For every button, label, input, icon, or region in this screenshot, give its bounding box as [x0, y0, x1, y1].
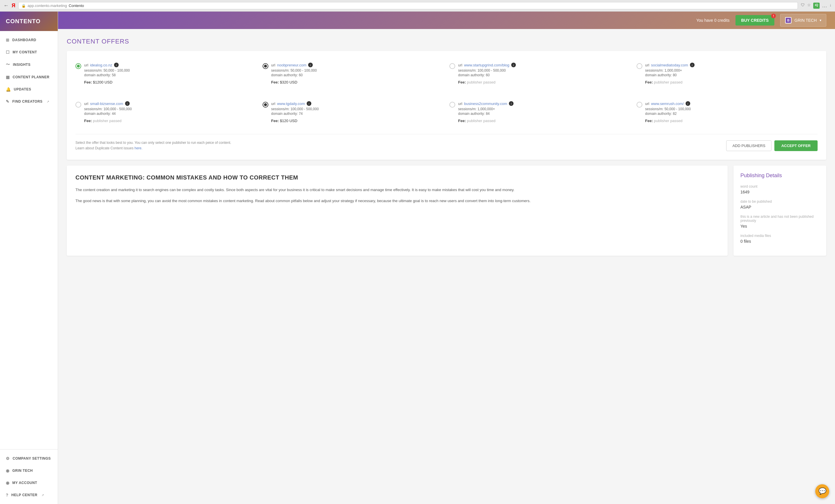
sidebar-item-find-creators[interactable]: ✎ FIND CREATORS ↗ — [0, 96, 58, 108]
page-title: CONTENT OFFERS — [67, 38, 826, 45]
sidebar-label-find-creators: FIND CREATORS — [13, 100, 43, 104]
info-icon-business2community[interactable]: i — [509, 101, 513, 106]
sidebar-item-content-planner[interactable]: ▦ CONTENT PLANNER — [0, 71, 58, 83]
sidebar-footer: ⚙ COMPANY SETTINGS ◉ GRIN TECH ◉ MY ACCO… — [0, 449, 58, 504]
offer-radio-small-bizsense[interactable] — [76, 102, 81, 108]
shield-icon[interactable]: 🛡 — [801, 3, 805, 9]
grid-icon: ⊞ — [6, 38, 9, 42]
app-container: CONTENTO ⊞ DASHBOARD ☐ MY CONTENT 〜 INSI… — [0, 12, 835, 504]
offer-url-startupgrind[interactable]: www.startupgrind.com/blog — [464, 63, 509, 67]
offer-sessions-startupgrind: sessions/m: 100,000 - 500,000 — [458, 68, 631, 72]
publishing-title: Publishing Details — [740, 172, 819, 178]
offer-url-semrush[interactable]: www.semrush.com/ — [651, 102, 684, 106]
dropdown-chevron-icon: ▾ — [820, 18, 821, 22]
offer-item-tgdaily: url www.tgdaily.com i sessions/m: 100,00… — [263, 98, 444, 128]
info-icon-noobpreneur[interactable]: i — [308, 63, 313, 67]
offers-card: url idealog.co.nz i sessions/m: 50,000 -… — [67, 51, 826, 160]
offers-grid-row2: url small-bizsense.com i sessions/m: 100… — [76, 98, 818, 128]
offer-radio-business2community[interactable] — [449, 102, 455, 108]
bell-icon: 🔔 — [6, 87, 11, 92]
bottom-section: CONTENT MARKETING: COMMON MISTAKES AND H… — [67, 166, 826, 256]
offer-info-socialmediatoday: url socialmediatoday.com i sessions/m: 1… — [645, 63, 818, 84]
offer-radio-semrush[interactable] — [636, 102, 643, 108]
sidebar: CONTENTO ⊞ DASHBOARD ☐ MY CONTENT 〜 INSI… — [0, 12, 58, 504]
media-label: included media files — [740, 234, 819, 238]
secure-icon: 🔒 — [21, 4, 26, 8]
offer-item-noobpreneur: url noobpreneur.com i sessions/m: 50,000… — [263, 60, 444, 90]
offer-radio-socialmediatoday[interactable] — [636, 63, 643, 69]
sidebar-label-content-planner: CONTENT PLANNER — [13, 75, 49, 79]
info-icon-socialmediatoday[interactable]: i — [690, 63, 695, 67]
article-para1: The content creation and marketing it to… — [76, 187, 719, 193]
sidebar-item-my-account[interactable]: ◉ MY ACCOUNT — [0, 477, 58, 489]
sidebar-item-grin-tech[interactable]: ◉ GRIN TECH — [0, 465, 58, 477]
app-logo: CONTENTO — [0, 12, 58, 31]
offers-grid-row1: url idealog.co.nz i sessions/m: 50,000 -… — [76, 60, 818, 90]
article-para2: The good news is that with some planning… — [76, 198, 719, 204]
company-selector[interactable]: B GRIN TECH ▾ — [780, 14, 826, 27]
browser-bar: ← Я 🔒 app.contento.marketing Contento 🛡 … — [0, 0, 835, 12]
offer-sessions-socialmediatoday: sessions/m: 1,000,000+ — [645, 68, 818, 72]
back-button[interactable]: ← — [3, 3, 9, 9]
sidebar-label-updates: UPDATES — [14, 87, 31, 91]
url-bar[interactable]: 🔒 app.contento.marketing Contento — [18, 2, 798, 9]
publishing-details-card: Publishing Details word count 1649 date … — [733, 166, 826, 256]
offer-fee-tgdaily: Fee: $120 USD — [271, 119, 444, 123]
sidebar-item-help-center[interactable]: ? HELP CENTER ↗ — [0, 489, 58, 501]
duplicate-content-link[interactable]: here. — [134, 146, 142, 150]
offer-url-socialmediatoday[interactable]: socialmediatoday.com — [651, 63, 688, 67]
info-icon-startupgrind[interactable]: i — [511, 63, 516, 67]
sidebar-item-company-settings[interactable]: ⚙ COMPANY SETTINGS — [0, 453, 58, 465]
article-card: CONTENT MARKETING: COMMON MISTAKES AND H… — [67, 166, 728, 256]
offer-url-business2community[interactable]: business2community.com — [464, 102, 507, 106]
offer-radio-startupgrind[interactable] — [449, 63, 455, 69]
offers-actions: ADD PUBLISHERS ACCEPT OFFER — [726, 140, 818, 151]
offer-info-business2community: url business2community.com i sessions/m:… — [458, 101, 631, 123]
download-icon[interactable]: ↓ — [830, 3, 832, 9]
sidebar-item-insights[interactable]: 〜 INSIGHTS — [0, 58, 58, 71]
star-icon[interactable]: ☆ — [807, 3, 811, 9]
gear-icon: ⚙ — [6, 456, 10, 461]
offers-note-line2: Learn about Duplicate Content issues her… — [76, 146, 231, 151]
chat-widget[interactable]: 💬 — [815, 484, 829, 498]
article-title: CONTENT MARKETING: COMMON MISTAKES AND H… — [76, 174, 719, 181]
offer-info-idealog: url idealog.co.nz i sessions/m: 50,000 -… — [84, 63, 257, 84]
sidebar-label-my-content: MY CONTENT — [13, 50, 37, 54]
main-content: You have 0 credits BUY CREDITS ! B GRIN … — [58, 12, 835, 504]
offer-radio-idealog[interactable] — [76, 63, 81, 69]
media-files-field: included media files 0 files — [740, 234, 819, 244]
sidebar-item-updates[interactable]: 🔔 UPDATES — [0, 83, 58, 96]
word-count-label: word count — [740, 185, 819, 189]
offer-fee-business2community: Fee: publisher passed — [458, 119, 631, 123]
info-icon-small-bizsense[interactable]: i — [125, 101, 130, 106]
accept-offer-button[interactable]: ACCEPT OFFER — [774, 140, 818, 151]
offer-url-tgdaily[interactable]: www.tgdaily.com — [277, 102, 305, 106]
offer-fee-socialmediatoday: Fee: publisher passed — [645, 80, 818, 84]
offer-fee-noobpreneur: Fee: $320 USD — [271, 80, 444, 84]
credits-text: You have 0 credits — [696, 18, 730, 23]
sidebar-label-insights: INSIGHTS — [13, 63, 31, 67]
info-icon-tgdaily[interactable]: i — [307, 101, 311, 106]
info-icon-idealog[interactable]: i — [114, 63, 119, 67]
sidebar-label-help-center: HELP CENTER — [11, 493, 37, 497]
sidebar-item-my-content[interactable]: ☐ MY CONTENT — [0, 46, 58, 58]
word-count-field: word count 1649 — [740, 185, 819, 194]
more-icon[interactable]: … — [822, 3, 827, 9]
offer-url-idealog[interactable]: idealog.co.nz — [90, 63, 112, 67]
buy-credits-button[interactable]: BUY CREDITS ! — [735, 15, 775, 25]
offers-note-line1: Select the offer that looks best to you.… — [76, 140, 231, 146]
offer-item-semrush: url www.semrush.com/ i sessions/m: 50,00… — [636, 98, 818, 128]
company-icon: B — [785, 17, 792, 23]
offer-radio-noobpreneur[interactable] — [263, 63, 268, 69]
offer-url-noobpreneur[interactable]: noobpreneur.com — [277, 63, 306, 67]
offer-authority-business2community: domain authority: 84 — [458, 112, 631, 116]
extension-icon[interactable]: iQ — [813, 3, 820, 9]
offer-sessions-tgdaily: sessions/m: 100,000 - 500,000 — [271, 107, 444, 111]
info-icon-semrush[interactable]: i — [686, 101, 690, 106]
offer-authority-idealog: domain authority: 58 — [84, 73, 257, 77]
sidebar-label-grin-tech: GRIN TECH — [13, 469, 33, 473]
sidebar-item-dashboard[interactable]: ⊞ DASHBOARD — [0, 34, 58, 46]
add-publishers-button[interactable]: ADD PUBLISHERS — [726, 140, 771, 151]
offer-url-small-bizsense[interactable]: small-bizsense.com — [90, 102, 123, 106]
offer-radio-tgdaily[interactable] — [263, 102, 268, 108]
